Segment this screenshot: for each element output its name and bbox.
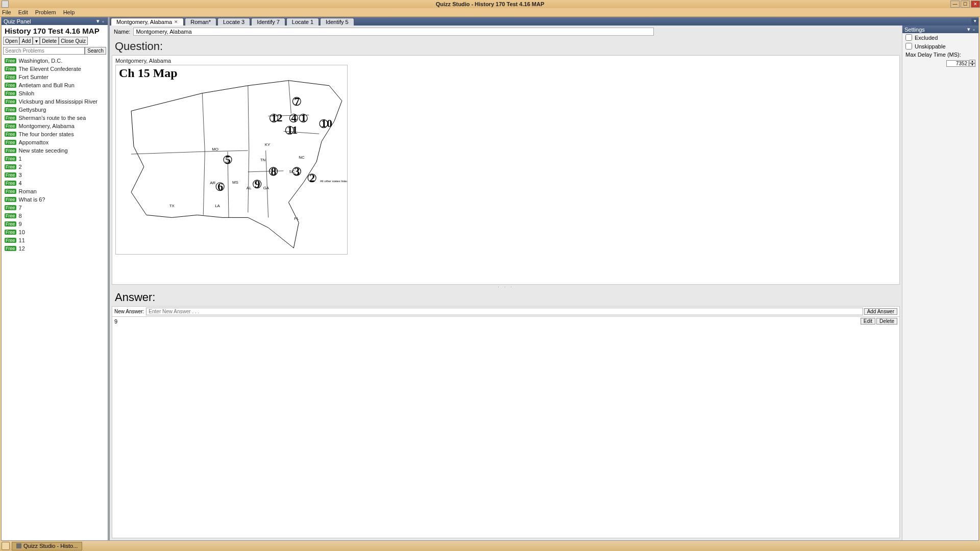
tab[interactable]: Identify 7 [251,18,285,26]
list-item[interactable]: FreeWhat is 6? [2,195,108,204]
minimize-button[interactable]: — [950,1,960,8]
list-item[interactable]: Free1 [2,155,108,163]
list-item[interactable]: Free4 [2,179,108,187]
problem-label: 8 [19,213,22,219]
free-tag: Free [5,181,16,186]
free-tag: Free [5,83,16,88]
list-item[interactable]: FreeWashington, D.C. [2,57,108,65]
delete-answer-button[interactable]: Delete [876,318,897,324]
list-item[interactable]: Free7 [2,204,108,212]
delete-button[interactable]: Delete [40,37,59,45]
splitter-handle[interactable]: · · · [110,285,902,289]
tab[interactable]: Locate 1 [286,18,319,26]
add-button[interactable]: Add [19,37,33,45]
quiz-panel-header: Quiz Panel ▾ ◦ [2,17,108,25]
menu-file[interactable]: File [2,9,11,15]
svg-text:10: 10 [321,117,332,130]
answer-header: Answer: [110,289,902,306]
list-item[interactable]: FreeNew state seceding [2,146,108,155]
chevron-down-icon[interactable]: ▾ [95,18,101,24]
tab-overflow[interactable]: ▾ [971,18,978,26]
list-item[interactable]: Free10 [2,228,108,236]
free-tag: Free [5,205,16,210]
list-item[interactable]: FreeSherman's route to the sea [2,114,108,122]
list-item[interactable]: Free2 [2,163,108,171]
map-image: Ch 15 Map TXLAARMOMSALGAFLSCNCTNKY712411… [115,65,348,255]
problem-label: 10 [19,229,25,235]
close-quiz-button[interactable]: Close Quiz [59,37,88,45]
svg-text:TN: TN [260,158,266,162]
list-item[interactable]: Free3 [2,171,108,179]
problem-label: Gettysburg [19,107,46,113]
free-tag: Free [5,172,16,178]
problem-label: The Elevent Confederate [19,66,81,72]
search-button[interactable]: Search [85,47,106,55]
problem-label: 11 [19,237,25,243]
edit-answer-button[interactable]: Edit [861,318,875,324]
maximize-button[interactable]: ☐ [961,1,970,8]
free-tag: Free [5,164,16,169]
tab[interactable]: Locate 3 [217,18,250,26]
add-dropdown[interactable]: ▾ [33,37,40,45]
list-item[interactable]: Free9 [2,220,108,228]
list-item[interactable]: FreeFort Sumter [2,73,108,81]
start-button[interactable] [2,542,10,550]
menu-problem[interactable]: Problem [35,9,56,15]
free-tag: Free [5,74,16,80]
spin-down[interactable]: ▼ [969,63,975,67]
svg-text:NC: NC [299,155,305,160]
problem-label: Sherman's route to the sea [19,115,86,121]
unskippable-checkbox[interactable] [905,43,912,49]
taskbar: Quizz Studio - Histo... [0,541,980,551]
list-item[interactable]: FreeShiloh [2,89,108,97]
tab[interactable]: Identify 5 [320,18,354,26]
svg-text:MO: MO [212,147,218,152]
svg-text:5: 5 [225,154,231,166]
new-answer-input[interactable] [146,308,863,315]
list-item[interactable]: FreeThe four border states [2,130,108,138]
list-item[interactable]: FreeGettysburg [2,106,108,114]
add-answer-button[interactable]: Add Answer [864,308,897,315]
close-icon[interactable]: ✕ [174,19,178,24]
menu-help[interactable]: Help [63,9,75,15]
pin-icon[interactable]: ◦ [971,27,976,33]
question-body: Montgomery, Alabama Ch 15 Map TXLAARMOMS… [112,55,900,285]
free-tag: Free [5,197,16,202]
svg-text:FL: FL [294,216,299,221]
list-item[interactable]: Free11 [2,236,108,244]
list-item[interactable]: FreeThe Elevent Confederate [2,65,108,73]
spin-up[interactable]: ▲ [969,60,975,63]
list-item[interactable]: FreeVicksburg and Mississippi River [2,97,108,106]
list-item[interactable]: FreeAppomattox [2,138,108,146]
problem-label: Montgomery, Alabama [19,123,75,129]
excluded-checkbox[interactable] [905,34,912,41]
taskbar-item[interactable]: Quizz Studio - Histo... [12,542,82,550]
list-item[interactable]: FreeAntietam and Bull Run [2,81,108,89]
problem-label: Washington, D.C. [19,58,63,64]
list-item[interactable]: FreeRoman [2,187,108,195]
app-icon [2,1,9,8]
free-tag: Free [5,91,16,96]
free-tag: Free [5,140,16,145]
app-icon [16,543,21,548]
list-item[interactable]: Free8 [2,212,108,220]
pin-icon[interactable]: ◦ [101,18,106,24]
maxdelay-input[interactable] [946,60,969,67]
open-button[interactable]: Open [3,37,19,45]
menu-edit[interactable]: Edit [18,9,28,15]
problem-label: New state seceding [19,147,68,154]
name-input[interactable] [133,28,654,36]
chevron-down-icon[interactable]: ▾ [966,26,971,33]
search-input[interactable] [3,47,85,55]
svg-text:2: 2 [309,172,315,184]
close-button[interactable]: ✕ [971,1,980,8]
tab[interactable]: Roman* [185,18,216,26]
tab[interactable]: Montgomery, Alabama✕ [111,18,184,26]
svg-text:6: 6 [217,181,223,193]
svg-text:GA: GA [263,186,270,190]
free-tag: Free [5,148,16,153]
list-item[interactable]: Free12 [2,244,108,253]
problem-list: FreeWashington, D.C.FreeThe Elevent Conf… [2,56,108,540]
svg-text:4: 4 [291,112,297,124]
list-item[interactable]: FreeMontgomery, Alabama [2,122,108,130]
